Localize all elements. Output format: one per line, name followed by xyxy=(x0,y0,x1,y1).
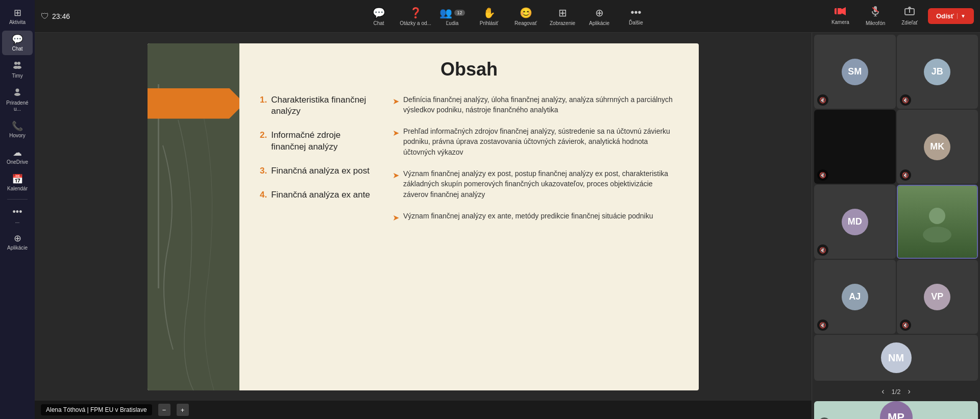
svg-point-16 xyxy=(923,227,951,242)
ludia-row: 👥 12 xyxy=(439,7,464,19)
bullet-text: Prehľad informačných zdrojov finančnej a… xyxy=(403,126,678,157)
orange-arrow xyxy=(148,88,239,119)
share-btn[interactable]: Zdieľať xyxy=(895,4,924,29)
participant-tile-mk: MK 🔇 xyxy=(897,110,978,184)
ludia-toolbar-icon: 👥 xyxy=(439,7,452,19)
sidebar-item-timy[interactable]: Timy xyxy=(2,57,33,82)
participant-mic-vp: 🔇 xyxy=(900,319,911,331)
list-num: 3. xyxy=(260,165,267,177)
otazky-toolbar-icon: ❓ xyxy=(409,7,422,19)
sidebar-item-aktivita[interactable]: ⊞ Aktivita xyxy=(2,4,33,29)
list-item: 3. Finančná analýza ex post xyxy=(260,165,372,177)
participants-panel: SM 🔇 JB 🔇 🔇 MK 🔇 M xyxy=(812,33,980,419)
ludia-toolbar-label: Ľudia xyxy=(446,20,458,26)
slide-columns: 1. Charakteristika finančnej analýzy 2. … xyxy=(260,94,678,224)
content-area: Obsah 1. Charakteristika finančnej analý… xyxy=(35,33,980,419)
sidebar-item-label-kalendar: Kalendár xyxy=(7,186,28,192)
sidebar-divider xyxy=(7,199,28,200)
aplikacie-toolbar-btn[interactable]: ⊕ Aplikácie xyxy=(582,2,617,31)
participant-video xyxy=(898,186,977,258)
sidebar-item-kalendar[interactable]: 📅 Kalendár xyxy=(2,170,33,195)
zobrazenie-toolbar-btn[interactable]: ⊞ Zobrazenie xyxy=(545,2,580,31)
svg-marker-7 xyxy=(842,7,846,15)
sidebar-item-label-onedrive: OneDrive xyxy=(7,159,28,165)
page-next-btn[interactable]: › xyxy=(905,386,914,397)
ludia-badge: 12 xyxy=(454,10,464,16)
participant-tile-dark: 🔇 xyxy=(814,110,896,184)
bullet-list: ➤ Definícia finančnej analýzy, úloha fin… xyxy=(393,94,678,224)
big-participant-avatar: MP xyxy=(880,401,913,419)
bullet-text: Význam finančnej analýzy ex post, postup… xyxy=(403,168,678,200)
sidebar-item-chat[interactable]: 💬 Chat xyxy=(2,31,33,55)
participant-mic-jb: 🔇 xyxy=(900,94,911,106)
zobrazenie-label: Zobrazenie xyxy=(550,20,575,26)
camera-icon xyxy=(835,7,846,18)
leave-btn[interactable]: Odísť ▼ xyxy=(928,8,974,24)
presentation: Obsah 1. Charakteristika finančnej analý… xyxy=(35,33,812,419)
otazky-toolbar-label: Otázky a od... xyxy=(400,20,431,26)
sidebar-item-label-priradene: Priradené u... xyxy=(4,100,31,112)
dalsie-label: Ďalšie xyxy=(629,20,643,26)
sidebar-item-label-aplikacie: Aplikácie xyxy=(7,245,28,251)
participant-tile-sm: SM 🔇 xyxy=(814,35,896,109)
share-icon xyxy=(904,7,915,18)
participant-tile-aj: AJ 🔇 xyxy=(814,260,896,334)
chat-toolbar-btn[interactable]: 💬 Chat xyxy=(361,2,396,31)
timy-icon xyxy=(13,60,22,72)
leave-chevron-icon: ▼ xyxy=(957,13,966,19)
microphone-btn[interactable]: Mikrofón xyxy=(860,3,891,29)
dalsie-toolbar-btn[interactable]: ••• Ďalšie xyxy=(619,2,653,31)
participant-tile-nm: NM xyxy=(814,335,978,381)
sidebar-item-hovory[interactable]: 📞 Hovory xyxy=(2,117,33,142)
participant-mic-mk: 🔇 xyxy=(900,169,911,181)
list-text: Finančná analýza ex ante xyxy=(271,189,370,201)
sidebar-item-label-hovory: Hovory xyxy=(9,133,26,139)
slide: Obsah 1. Charakteristika finančnej analý… xyxy=(148,43,699,390)
prihlasit-toolbar-btn[interactable]: ✋ Prihlásiť xyxy=(472,2,506,31)
slide-zoom-in-btn[interactable]: + xyxy=(177,404,189,416)
sidebar-item-more[interactable]: ••• ... xyxy=(2,204,33,228)
toolbar: 🛡 23:46 💬 Chat ❓ Otázky a od... 👥 12 Ľud… xyxy=(35,0,980,33)
bullet-arrow-icon: ➤ xyxy=(393,127,399,157)
priradene-icon xyxy=(13,87,22,99)
participant-tile-md: MD 🔇 xyxy=(814,185,896,259)
shield-icon: 🛡 xyxy=(41,12,49,21)
slide-col-left: 1. Charakteristika finančnej analýzy 2. … xyxy=(260,94,372,224)
list-text: Informačné zdroje finančnej analýzy xyxy=(271,130,372,153)
big-participant-tile: MP 🔇 xyxy=(814,401,978,419)
more-icon: ••• xyxy=(13,207,22,217)
bullet-arrow-icon: ➤ xyxy=(393,95,399,115)
participant-avatar-sm: SM xyxy=(842,59,868,85)
list-text: Charakteristika finančnej analýzy xyxy=(271,94,372,118)
list-num: 1. xyxy=(260,94,267,118)
camera-btn[interactable]: Kamera xyxy=(825,4,855,28)
page-prev-btn[interactable]: ‹ xyxy=(878,386,887,397)
participant-avatar-vp: VP xyxy=(924,284,950,310)
reagovat-toolbar-btn[interactable]: 😊 Reagovať xyxy=(508,2,543,31)
bullet-item: ➤ Prehľad informačných zdrojov finančnej… xyxy=(393,126,678,157)
bullet-arrow-icon: ➤ xyxy=(393,212,399,224)
otazky-toolbar-btn[interactable]: ❓ Otázky a od... xyxy=(398,2,433,31)
ludia-toolbar-btn[interactable]: 👥 12 Ľudia xyxy=(435,2,470,31)
list-num: 4. xyxy=(260,189,267,201)
participant-mic-sm: 🔇 xyxy=(817,94,828,106)
bullet-item: ➤ Význam finančnej analýzy ex ante, metó… xyxy=(393,211,678,224)
sidebar-item-onedrive[interactable]: ☁ OneDrive xyxy=(2,144,33,168)
svg-point-4 xyxy=(16,89,19,92)
main-area: 🛡 23:46 💬 Chat ❓ Otázky a od... 👥 12 Ľud… xyxy=(35,0,980,419)
microphone-label: Mikrofón xyxy=(866,20,885,26)
dalsie-icon: ••• xyxy=(630,7,641,18)
share-label: Zdieľať xyxy=(901,20,918,26)
slide-left-panel xyxy=(148,43,239,390)
list-item: 2. Informačné zdroje finančnej analýzy xyxy=(260,130,372,153)
aplikacie-toolbar-icon: ⊕ xyxy=(595,7,604,19)
svg-point-15 xyxy=(929,208,945,224)
slide-zoom-out-btn[interactable]: − xyxy=(158,404,170,416)
participant-avatar-mk: MK xyxy=(924,134,950,160)
slide-col-right: ➤ Definícia finančnej analýzy, úloha fin… xyxy=(393,94,678,224)
sidebar-item-priradene[interactable]: Priradené u... xyxy=(2,84,33,115)
slide-right: Obsah 1. Charakteristika finančnej analý… xyxy=(239,43,699,390)
aplikacie-icon: ⊕ xyxy=(14,233,21,244)
sidebar-item-aplikacie[interactable]: ⊕ Aplikácie xyxy=(2,230,33,254)
list-num: 2. xyxy=(260,130,267,153)
